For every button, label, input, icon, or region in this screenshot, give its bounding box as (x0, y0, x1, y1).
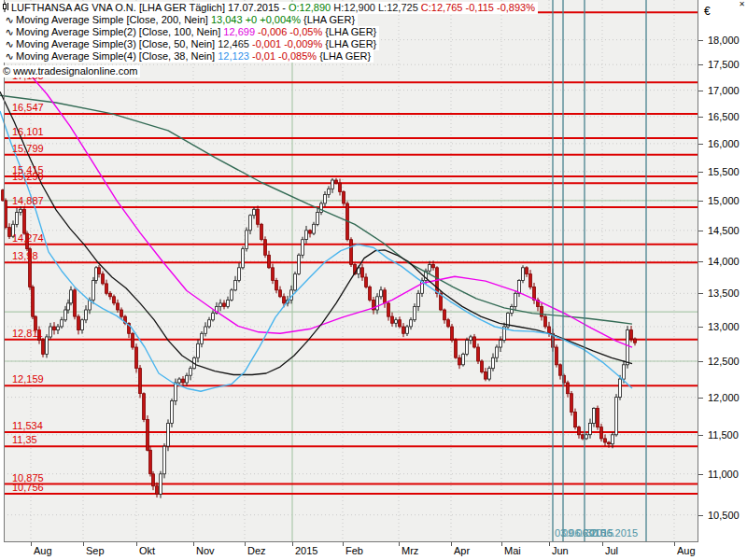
price-tick-mark (698, 231, 703, 231)
price-tick-mark (698, 261, 703, 262)
level-label[interactable]: 12,811 (12, 328, 43, 339)
ma-change: -0,01 -0,085% (249, 50, 319, 62)
ma-change: +0 +0,004% (243, 14, 303, 25)
price-tick-label: 11,500 (708, 429, 739, 441)
wave-icon: ∿ (3, 50, 16, 63)
price-tick-mark (698, 201, 703, 202)
instrument-title: LUFTHANSA AG VNA O.N. [LHA GER Täglich] … (11, 2, 289, 13)
legend-ma-row-3[interactable]: ∿Moving Average Simple(3) [Close, 50, Ne… (2, 38, 538, 50)
plot-area[interactable]: 17,15316,54716,10115,79915,41515,29914,8… (0, 0, 698, 542)
price-tick-label: 11,000 (708, 469, 739, 480)
ma-symbol-suffix: {LHA GER} (325, 26, 376, 37)
chart-window: 17,15316,54716,10115,79915,41515,29914,8… (0, 0, 747, 560)
copyright-row: © www.tradesignalonline.com (2, 65, 538, 77)
price-tick-label: 10,500 (708, 510, 740, 521)
price-tick-label: 13,000 (708, 321, 740, 332)
legend-ma-row-2[interactable]: ∿Moving Average Simple(2) [Close, 100, N… (2, 26, 538, 38)
ma-label: Moving Average Simple(4) [Close, 38, Nei… (16, 50, 218, 62)
ma-symbol-suffix: {LHA GER} (325, 38, 376, 49)
price-axis[interactable]: € ✕ 18,00017,50017,00016,50016,00015,500… (698, 0, 747, 542)
price-tick-label: 16,000 (708, 138, 740, 149)
time-tick-mark (399, 542, 400, 546)
high-low-values: H:12,900 L:12,725 (331, 2, 421, 13)
price-tick-mark (698, 474, 703, 475)
price-tick-label: 17,000 (708, 85, 740, 96)
ma-symbol-suffix: {LHA GER} (303, 14, 355, 25)
time-tick-label: Okt (139, 545, 155, 556)
level-label[interactable]: 13,98 (12, 250, 38, 261)
currency-label: € (704, 5, 711, 18)
ma-change: -0,001 -0,009% (249, 38, 325, 49)
time-tick-mark (83, 542, 84, 546)
ma-legend-rows: ∿Moving Average Simple [Close, 200, Nein… (2, 14, 538, 63)
price-tick-label: 15,000 (708, 195, 740, 206)
time-tick-mark (602, 542, 603, 546)
candlestick-icon (3, 2, 9, 15)
price-tick-label: 13,500 (708, 287, 740, 299)
time-tick-mark (343, 542, 344, 546)
time-tick-mark (193, 542, 194, 546)
level-label[interactable]: 12,159 (12, 373, 44, 385)
price-tick-label: 16,500 (708, 111, 740, 122)
price-tick-mark (698, 40, 703, 41)
level-label[interactable]: 11,534 (12, 420, 43, 431)
time-tick-label: 2015 (295, 545, 317, 556)
price-tick-label: 15,500 (708, 166, 740, 177)
price-tick-mark (698, 515, 703, 516)
time-tick-label: Jul (605, 545, 618, 556)
time-tick-mark (245, 542, 246, 546)
wave-icon: ∿ (3, 26, 16, 38)
legend-ma-row-4[interactable]: ∿Moving Average Simple(4) [Close, 38, Ne… (2, 50, 538, 63)
time-tick-label: Aug (34, 545, 52, 556)
price-tick-mark (698, 361, 703, 362)
level-label[interactable]: 14,274 (12, 232, 44, 244)
ma-symbol-suffix: {LHA GER} (319, 50, 371, 62)
time-tick-mark (451, 542, 452, 546)
time-tick-label: Aug (677, 545, 696, 556)
time-axis[interactable]: AugSepOktNovDez2015FebMrzAprMaiJunJulAug (0, 542, 747, 560)
level-label[interactable]: 16,547 (12, 102, 44, 113)
price-tick-label: 12,000 (708, 392, 740, 403)
price-tick-mark (698, 327, 703, 328)
price-tick-label: 12,500 (708, 356, 740, 367)
price-tick-mark (698, 91, 703, 91)
time-tick-mark (674, 542, 675, 546)
close-change-values: C:12,765 -0,115 -0,893% (421, 2, 535, 13)
price-tick-label: 17,500 (708, 59, 740, 70)
ma-value: 12,465 (218, 38, 249, 49)
ma-change: -0,006 -0,05% (255, 26, 325, 37)
level-label[interactable]: 15,799 (12, 143, 44, 154)
time-tick-label: Sep (86, 545, 105, 556)
price-tick-mark (698, 398, 703, 399)
time-tick-label: Feb (345, 545, 363, 556)
price-chart-canvas[interactable] (0, 0, 698, 542)
open-value: O:12,890 (289, 2, 331, 13)
time-tick-mark (31, 542, 32, 546)
level-label[interactable]: 11,35 (12, 434, 37, 445)
wave-icon: ∿ (3, 14, 16, 26)
time-tick-mark (292, 542, 293, 546)
time-tick-label: Dez (247, 545, 266, 556)
instrument-title-row[interactable]: LUFTHANSA AG VNA O.N. [LHA GER Täglich] … (2, 2, 538, 14)
time-tick-label: Jun (552, 545, 569, 556)
ma-label: Moving Average Simple [Close, 200, Nein] (16, 14, 211, 25)
marker-date-label: 30.06.2015 (586, 527, 638, 539)
price-tick-mark (698, 117, 703, 118)
price-tick-mark (698, 293, 703, 294)
time-tick-mark (549, 542, 550, 546)
legend-ma-row-1[interactable]: ∿Moving Average Simple [Close, 200, Nein… (2, 14, 538, 26)
price-tick-label: 14,500 (708, 225, 740, 236)
copyright-text: © www.tradesignalonline.com (2, 65, 140, 77)
level-label[interactable]: 15,299 (12, 171, 44, 182)
price-tick-mark (698, 172, 703, 173)
time-tick-label: Mrz (402, 545, 418, 556)
level-label[interactable]: 10,756 (12, 482, 44, 493)
ma-value: 13,043 (211, 14, 243, 25)
price-tick-mark (698, 64, 703, 65)
level-label[interactable]: 16,101 (12, 126, 44, 137)
time-tick-mark (501, 542, 502, 546)
wave-icon: ∿ (3, 38, 16, 50)
level-label[interactable]: 14,887 (12, 195, 44, 206)
window-corner-icon[interactable]: ✕ (739, 0, 745, 8)
legend-panel: LUFTHANSA AG VNA O.N. [LHA GER Täglich] … (2, 2, 538, 77)
